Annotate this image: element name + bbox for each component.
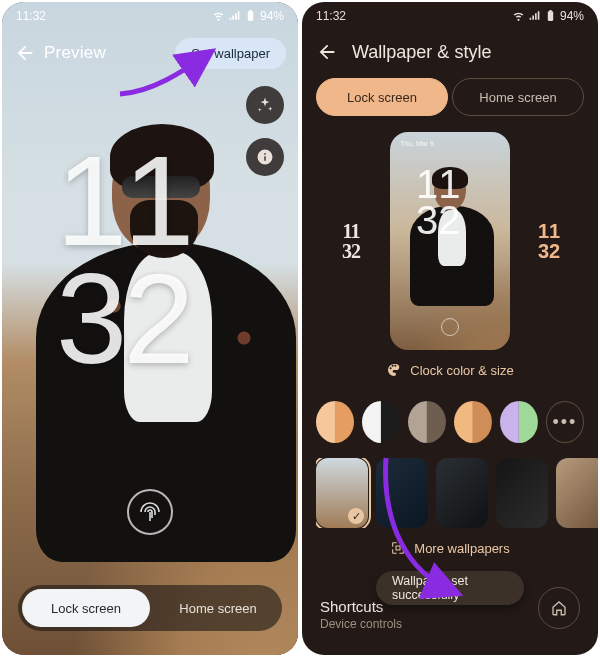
effects-button[interactable] (246, 86, 284, 124)
preview-header: Preview Set wallpaper (2, 30, 298, 76)
battery-icon (244, 9, 257, 22)
wallpaper-thumb-1[interactable] (376, 458, 428, 528)
color-swatch-3[interactable] (454, 401, 492, 443)
clock-hours: 11 (56, 140, 190, 258)
clock-color-label: Clock color & size (410, 363, 513, 378)
status-icons: 94% (512, 9, 584, 23)
clock-minutes: 32 (56, 258, 190, 376)
shortcuts-sub: Device controls (320, 617, 402, 631)
status-bar: 11:32 94% (2, 2, 298, 26)
mini-date: Thu, Mar 9 (400, 140, 434, 147)
screen-segmented: Lock screen Home screen (316, 78, 584, 116)
wallpaper-icon (390, 540, 406, 556)
more-wallpapers-button[interactable]: More wallpapers (302, 540, 598, 556)
wifi-icon (212, 9, 225, 22)
lock-preview-mini[interactable]: Thu, Mar 9 11 32 (390, 132, 510, 350)
home-icon (550, 599, 568, 617)
set-wallpaper-button[interactable]: Set wallpaper (175, 38, 286, 69)
status-time: 11:32 (316, 9, 346, 23)
tab-home-screen[interactable]: Home screen (154, 585, 282, 631)
preview-side-actions (246, 86, 284, 176)
sparkle-icon (256, 96, 274, 114)
seg-lock-screen[interactable]: Lock screen (316, 78, 448, 116)
color-swatch-4[interactable] (500, 401, 538, 443)
seg-home-screen[interactable]: Home screen (452, 78, 584, 116)
info-button[interactable] (246, 138, 284, 176)
battery-percent: 94% (260, 9, 284, 23)
clock-style-prev[interactable]: 11 32 (322, 192, 380, 290)
signal-icon (528, 9, 541, 22)
battery-percent: 94% (560, 9, 584, 23)
clock-style-row: 11 32 Thu, Mar 9 11 32 11 32 (302, 128, 598, 354)
fingerprint-hint[interactable] (127, 489, 173, 535)
mini-clock: 11 32 (416, 166, 461, 238)
fingerprint-icon (138, 500, 162, 524)
battery-icon (544, 9, 557, 22)
status-bar: 11:32 94% (302, 2, 598, 26)
status-time: 11:32 (16, 9, 46, 23)
wallpaper-thumb-2[interactable] (436, 458, 488, 528)
style-title: Wallpaper & style (352, 42, 491, 63)
fingerprint-icon (441, 318, 459, 336)
wallpaper-thumb-0[interactable] (316, 458, 368, 528)
status-icons: 94% (212, 9, 284, 23)
wifi-icon (512, 9, 525, 22)
preview-title: Preview (44, 43, 106, 63)
palette-icon (386, 362, 402, 378)
signal-icon (228, 9, 241, 22)
info-icon (256, 148, 274, 166)
preview-tabs: Lock screen Home screen (18, 585, 282, 631)
more-wallpapers-label: More wallpapers (414, 541, 509, 556)
back-icon[interactable] (14, 42, 36, 64)
color-swatch-1[interactable] (362, 401, 400, 443)
clock-color-size-button[interactable]: Clock color & size (302, 362, 598, 378)
wallpaper-thumb-3[interactable] (496, 458, 548, 528)
wallpaper-thumb-4[interactable] (556, 458, 598, 528)
wallpaper-thumbs (316, 458, 598, 528)
home-shortcut-button[interactable] (538, 587, 580, 629)
tab-lock-screen[interactable]: Lock screen (22, 589, 150, 627)
more-colors-button[interactable]: ••• (546, 401, 584, 443)
toast-wallpaper-set: Wallpaper set successfully (376, 571, 524, 605)
clock-style-next[interactable]: 11 32 (520, 192, 578, 290)
color-swatch-2[interactable] (408, 401, 446, 443)
color-swatches: ••• (316, 396, 584, 448)
style-screen: 11:32 94% Wallpaper & style Lock screen … (302, 2, 598, 655)
style-header: Wallpaper & style (302, 30, 598, 74)
preview-screen: 11:32 94% Preview Set wallpaper 11 32 Lo… (2, 2, 298, 655)
back-icon[interactable] (316, 41, 338, 63)
color-swatch-0[interactable] (316, 401, 354, 443)
lock-clock: 11 32 (56, 140, 190, 376)
